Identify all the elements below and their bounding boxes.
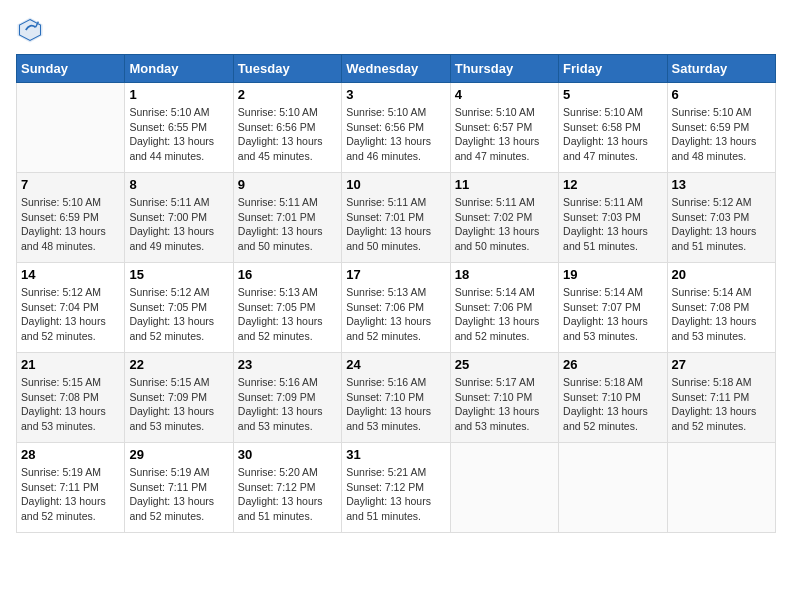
day-content: Sunrise: 5:16 AM Sunset: 7:10 PM Dayligh… (346, 375, 445, 434)
day-content: Sunrise: 5:10 AM Sunset: 6:58 PM Dayligh… (563, 105, 662, 164)
day-number: 7 (21, 177, 120, 192)
day-content: Sunrise: 5:19 AM Sunset: 7:11 PM Dayligh… (21, 465, 120, 524)
day-cell: 18Sunrise: 5:14 AM Sunset: 7:06 PM Dayli… (450, 263, 558, 353)
day-number: 16 (238, 267, 337, 282)
day-content: Sunrise: 5:11 AM Sunset: 7:01 PM Dayligh… (346, 195, 445, 254)
day-cell: 21Sunrise: 5:15 AM Sunset: 7:08 PM Dayli… (17, 353, 125, 443)
day-number: 2 (238, 87, 337, 102)
page-header (16, 16, 776, 44)
day-cell: 31Sunrise: 5:21 AM Sunset: 7:12 PM Dayli… (342, 443, 450, 533)
day-cell: 13Sunrise: 5:12 AM Sunset: 7:03 PM Dayli… (667, 173, 775, 263)
day-cell: 15Sunrise: 5:12 AM Sunset: 7:05 PM Dayli… (125, 263, 233, 353)
day-content: Sunrise: 5:18 AM Sunset: 7:11 PM Dayligh… (672, 375, 771, 434)
day-number: 9 (238, 177, 337, 192)
day-number: 27 (672, 357, 771, 372)
day-content: Sunrise: 5:10 AM Sunset: 6:59 PM Dayligh… (672, 105, 771, 164)
day-number: 18 (455, 267, 554, 282)
day-content: Sunrise: 5:14 AM Sunset: 7:06 PM Dayligh… (455, 285, 554, 344)
day-number: 6 (672, 87, 771, 102)
day-number: 30 (238, 447, 337, 462)
day-cell (450, 443, 558, 533)
day-content: Sunrise: 5:12 AM Sunset: 7:03 PM Dayligh… (672, 195, 771, 254)
day-content: Sunrise: 5:14 AM Sunset: 7:08 PM Dayligh… (672, 285, 771, 344)
header-cell-sunday: Sunday (17, 55, 125, 83)
header-cell-friday: Friday (559, 55, 667, 83)
day-number: 4 (455, 87, 554, 102)
day-cell: 2Sunrise: 5:10 AM Sunset: 6:56 PM Daylig… (233, 83, 341, 173)
day-cell: 23Sunrise: 5:16 AM Sunset: 7:09 PM Dayli… (233, 353, 341, 443)
day-cell: 25Sunrise: 5:17 AM Sunset: 7:10 PM Dayli… (450, 353, 558, 443)
header-cell-thursday: Thursday (450, 55, 558, 83)
day-content: Sunrise: 5:20 AM Sunset: 7:12 PM Dayligh… (238, 465, 337, 524)
day-content: Sunrise: 5:11 AM Sunset: 7:02 PM Dayligh… (455, 195, 554, 254)
day-cell: 17Sunrise: 5:13 AM Sunset: 7:06 PM Dayli… (342, 263, 450, 353)
day-cell: 30Sunrise: 5:20 AM Sunset: 7:12 PM Dayli… (233, 443, 341, 533)
header-row: SundayMondayTuesdayWednesdayThursdayFrid… (17, 55, 776, 83)
header-cell-monday: Monday (125, 55, 233, 83)
day-cell: 8Sunrise: 5:11 AM Sunset: 7:00 PM Daylig… (125, 173, 233, 263)
header-cell-saturday: Saturday (667, 55, 775, 83)
day-cell (17, 83, 125, 173)
day-content: Sunrise: 5:16 AM Sunset: 7:09 PM Dayligh… (238, 375, 337, 434)
day-content: Sunrise: 5:11 AM Sunset: 7:03 PM Dayligh… (563, 195, 662, 254)
day-content: Sunrise: 5:13 AM Sunset: 7:05 PM Dayligh… (238, 285, 337, 344)
day-content: Sunrise: 5:18 AM Sunset: 7:10 PM Dayligh… (563, 375, 662, 434)
day-number: 28 (21, 447, 120, 462)
day-content: Sunrise: 5:11 AM Sunset: 7:00 PM Dayligh… (129, 195, 228, 254)
day-cell: 27Sunrise: 5:18 AM Sunset: 7:11 PM Dayli… (667, 353, 775, 443)
day-number: 17 (346, 267, 445, 282)
day-number: 12 (563, 177, 662, 192)
day-number: 11 (455, 177, 554, 192)
day-number: 31 (346, 447, 445, 462)
day-number: 26 (563, 357, 662, 372)
day-cell (667, 443, 775, 533)
day-content: Sunrise: 5:10 AM Sunset: 6:56 PM Dayligh… (346, 105, 445, 164)
header-cell-tuesday: Tuesday (233, 55, 341, 83)
day-cell: 16Sunrise: 5:13 AM Sunset: 7:05 PM Dayli… (233, 263, 341, 353)
day-number: 3 (346, 87, 445, 102)
day-cell: 6Sunrise: 5:10 AM Sunset: 6:59 PM Daylig… (667, 83, 775, 173)
day-cell: 9Sunrise: 5:11 AM Sunset: 7:01 PM Daylig… (233, 173, 341, 263)
logo (16, 16, 48, 44)
day-cell: 14Sunrise: 5:12 AM Sunset: 7:04 PM Dayli… (17, 263, 125, 353)
day-cell: 24Sunrise: 5:16 AM Sunset: 7:10 PM Dayli… (342, 353, 450, 443)
week-row-5: 28Sunrise: 5:19 AM Sunset: 7:11 PM Dayli… (17, 443, 776, 533)
day-cell: 28Sunrise: 5:19 AM Sunset: 7:11 PM Dayli… (17, 443, 125, 533)
day-number: 14 (21, 267, 120, 282)
day-cell: 22Sunrise: 5:15 AM Sunset: 7:09 PM Dayli… (125, 353, 233, 443)
week-row-2: 7Sunrise: 5:10 AM Sunset: 6:59 PM Daylig… (17, 173, 776, 263)
day-cell: 11Sunrise: 5:11 AM Sunset: 7:02 PM Dayli… (450, 173, 558, 263)
week-row-4: 21Sunrise: 5:15 AM Sunset: 7:08 PM Dayli… (17, 353, 776, 443)
day-number: 29 (129, 447, 228, 462)
day-content: Sunrise: 5:15 AM Sunset: 7:08 PM Dayligh… (21, 375, 120, 434)
day-content: Sunrise: 5:19 AM Sunset: 7:11 PM Dayligh… (129, 465, 228, 524)
day-number: 21 (21, 357, 120, 372)
day-content: Sunrise: 5:10 AM Sunset: 6:57 PM Dayligh… (455, 105, 554, 164)
day-number: 20 (672, 267, 771, 282)
logo-icon (16, 16, 44, 44)
day-cell: 19Sunrise: 5:14 AM Sunset: 7:07 PM Dayli… (559, 263, 667, 353)
svg-marker-0 (17, 17, 42, 42)
day-cell: 4Sunrise: 5:10 AM Sunset: 6:57 PM Daylig… (450, 83, 558, 173)
day-number: 1 (129, 87, 228, 102)
day-cell (559, 443, 667, 533)
day-cell: 26Sunrise: 5:18 AM Sunset: 7:10 PM Dayli… (559, 353, 667, 443)
day-number: 8 (129, 177, 228, 192)
day-cell: 3Sunrise: 5:10 AM Sunset: 6:56 PM Daylig… (342, 83, 450, 173)
day-number: 13 (672, 177, 771, 192)
day-cell: 29Sunrise: 5:19 AM Sunset: 7:11 PM Dayli… (125, 443, 233, 533)
day-number: 24 (346, 357, 445, 372)
week-row-3: 14Sunrise: 5:12 AM Sunset: 7:04 PM Dayli… (17, 263, 776, 353)
day-number: 23 (238, 357, 337, 372)
day-cell: 10Sunrise: 5:11 AM Sunset: 7:01 PM Dayli… (342, 173, 450, 263)
day-content: Sunrise: 5:13 AM Sunset: 7:06 PM Dayligh… (346, 285, 445, 344)
day-number: 10 (346, 177, 445, 192)
day-content: Sunrise: 5:10 AM Sunset: 6:56 PM Dayligh… (238, 105, 337, 164)
header-cell-wednesday: Wednesday (342, 55, 450, 83)
day-content: Sunrise: 5:11 AM Sunset: 7:01 PM Dayligh… (238, 195, 337, 254)
day-content: Sunrise: 5:14 AM Sunset: 7:07 PM Dayligh… (563, 285, 662, 344)
day-content: Sunrise: 5:10 AM Sunset: 6:55 PM Dayligh… (129, 105, 228, 164)
day-cell: 7Sunrise: 5:10 AM Sunset: 6:59 PM Daylig… (17, 173, 125, 263)
week-row-1: 1Sunrise: 5:10 AM Sunset: 6:55 PM Daylig… (17, 83, 776, 173)
day-content: Sunrise: 5:10 AM Sunset: 6:59 PM Dayligh… (21, 195, 120, 254)
